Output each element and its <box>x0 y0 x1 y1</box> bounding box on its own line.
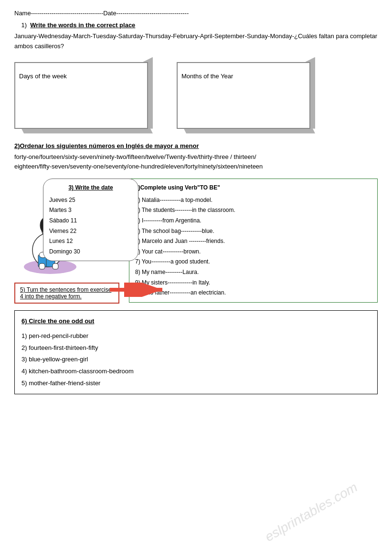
name-label: Name <box>14 10 31 17</box>
section2-title: 2)Ordenar los siguientes números en Ingl… <box>14 142 378 149</box>
s4-item-1: 1) Natalia-----------a top-model. <box>135 195 371 206</box>
section5-text: 5) Turn the sentences from exercise 4 in… <box>20 286 111 300</box>
arrow-icon <box>110 283 167 297</box>
name-dashes: ----------------------------------- <box>31 10 104 17</box>
header: Name-----------------------------------D… <box>14 10 378 17</box>
word-list: January-Wednesday-March-Tuesday-Saturday… <box>14 32 378 52</box>
date-item-3: Sábado 11 <box>49 216 132 226</box>
date-item-1: Jueves 25 <box>49 195 132 206</box>
days-box: Days of the week <box>14 57 162 134</box>
svg-rect-11 <box>53 263 58 269</box>
months-box-label: Months of the Year <box>181 73 233 80</box>
section6-box: 6) Circle the one odd out 1) pen-red-pen… <box>14 310 378 394</box>
s6-item-4: 4) kitchen-bathroom-classroom-bedroom <box>21 366 371 378</box>
section3-bubble: 3) Write the date Jueves 25 Martes 3 Sáb… <box>43 179 138 261</box>
months-box: Months of the Year <box>177 57 325 134</box>
snoopy-area: 3) Write the date Jueves 25 Martes 3 Sáb… <box>14 179 129 274</box>
section6-items: 1) pen-red-pencil-rubber 2) fourteen-fir… <box>21 330 371 389</box>
date-dashes: ----------------------------------- <box>117 10 189 17</box>
section4-items: 1) Natalia-----------a top-model. 2) The… <box>135 195 371 298</box>
section6-title: 6) Circle the one odd out <box>21 316 371 327</box>
section1-text: Write the words in the correct place <box>30 21 135 29</box>
s4-item-7: 7) You----------a good student. <box>135 257 371 267</box>
date-item-4: Viernes 22 <box>49 226 132 237</box>
days-box-front: Days of the week <box>14 62 148 129</box>
date-item-5: Lunes 12 <box>49 236 132 247</box>
section1-title: 1) Write the words in the correct place <box>14 21 378 29</box>
s6-item-3: 3) blue-yellow-green-girl <box>21 354 371 366</box>
s6-item-5: 5) mother-father-friend-sister <box>21 378 371 390</box>
months-box-front: Months of the Year <box>177 62 310 129</box>
section5-area: 5) Turn the sentences from exercise 4 in… <box>14 278 119 304</box>
s4-item-3: 3) I----------from Argentina. <box>135 216 371 226</box>
s4-item-6: 6) Your cat-----------brown. <box>135 247 371 257</box>
section4-title: 4)Complete using Verb"TO BE" <box>135 183 371 193</box>
s4-item-5: 5) Marcelo and Juan ---------friends. <box>135 236 371 247</box>
s4-item-4: 4) The school bag-----------blue. <box>135 226 371 237</box>
days-box-label: Days of the week <box>19 73 67 80</box>
s6-item-1: 1) pen-red-pencil-rubber <box>21 330 371 342</box>
svg-rect-10 <box>39 263 45 269</box>
section3-dates: Jueves 25 Martes 3 Sábado 11 Viernes 22 … <box>49 195 132 257</box>
middle-section: 3) Write the date Jueves 25 Martes 3 Sáb… <box>14 179 378 304</box>
section5-box: 5) Turn the sentences from exercise 4 in… <box>14 283 119 304</box>
date-item-6: Domingo 30 <box>49 247 132 257</box>
watermark: eslprintables.com <box>263 480 360 545</box>
numbers-list: forty-one/fourteen/sixty-seven/ninety-tw… <box>14 152 378 172</box>
s4-item-8: 8) My name---------Laura. <box>135 267 371 278</box>
section1-number: 1) <box>21 21 27 29</box>
boxes-row: Days of the week Months of the Year <box>14 57 378 134</box>
s4-item-10: 10) His father-----------an electrician. <box>135 288 371 298</box>
s4-item-2: 2) The students---------in the classroom… <box>135 205 371 216</box>
date-item-2: Martes 3 <box>49 205 132 216</box>
section3-title: 3) Write the date <box>49 183 132 193</box>
numbers-text: forty-one/fourteen/sixty-seven/ninety-tw… <box>14 153 263 170</box>
section2: 2)Ordenar los siguientes números en Ingl… <box>14 142 378 172</box>
left-col: 3) Write the date Jueves 25 Martes 3 Sáb… <box>14 179 119 304</box>
s6-item-2: 2) fourteen-first-thirteen-fifty <box>21 342 371 354</box>
date-label: Date <box>103 10 116 17</box>
s4-item-9: 9) My sisters-------------in Italy. <box>135 278 371 288</box>
